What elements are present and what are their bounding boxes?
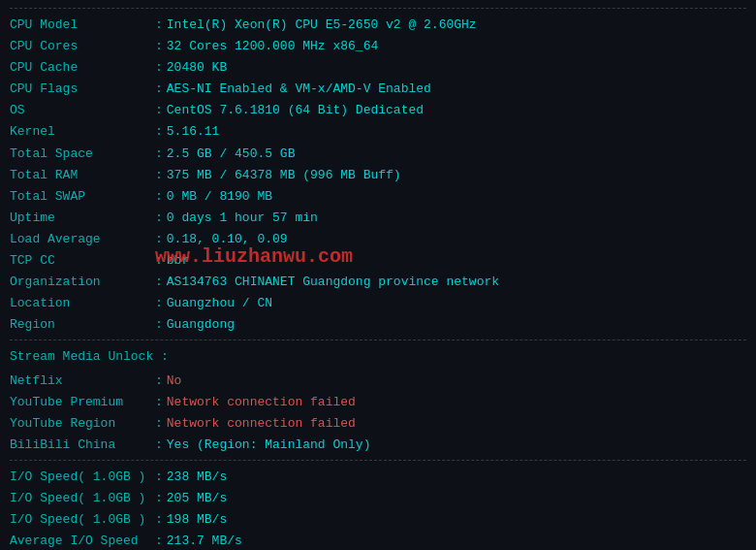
value-total-swap: 0 MB / 8190 MB: [167, 186, 272, 208]
table-row: TCP CC : bbr: [10, 250, 746, 272]
table-row: Total SWAP : 0 MB / 8190 MB: [10, 186, 746, 208]
table-row: CPU Model : Intel(R) Xeon(R) CPU E5-2650…: [10, 15, 746, 36]
value-youtube-premium: Network connection failed: [167, 392, 356, 413]
table-row: CPU Flags : AES-NI Enabled & VM-x/AMD-V …: [10, 79, 746, 100]
table-row: OS : CentOS 7.6.1810 (64 Bit) Dedicated: [10, 100, 746, 121]
label-cpu-cores: CPU Cores: [10, 36, 155, 57]
value-kernel: 5.16.11: [167, 121, 220, 143]
value-organization: AS134763 CHINANET Guangdong province net…: [167, 272, 499, 293]
table-row: I/O Speed( 1.0GB ) : 205 MB/s: [10, 488, 746, 509]
value-cpu-model: Intel(R) Xeon(R) CPU E5-2650 v2 @ 2.60GH…: [167, 15, 477, 36]
table-row: YouTube Premium : Network connection fai…: [10, 392, 746, 413]
label-organization: Organization: [10, 272, 155, 293]
value-location: Guangzhou / CN: [167, 293, 272, 314]
value-cpu-flags: AES-NI Enabled & VM-x/AMD-V Enabled: [167, 79, 431, 100]
table-row: YouTube Region : Network connection fail…: [10, 413, 746, 435]
label-os: OS: [10, 100, 155, 121]
value-bilibili: Yes (Region: Mainland Only): [167, 435, 371, 456]
value-os: CentOS 7.6.1810 (64 Bit) Dedicated: [167, 100, 424, 121]
table-row: Organization : AS134763 CHINANET Guangdo…: [10, 272, 746, 293]
label-youtube-premium: YouTube Premium: [10, 392, 155, 413]
label-total-space: Total Space: [10, 144, 155, 165]
value-io-2: 205 MB/s: [167, 488, 227, 509]
table-row: Region : Guangdong: [10, 314, 746, 336]
label-io-3: I/O Speed( 1.0GB ): [10, 509, 155, 531]
streaming-title: Stream Media Unlock :: [10, 346, 746, 368]
label-total-swap: Total SWAP: [10, 186, 155, 208]
value-netflix: No: [167, 371, 182, 392]
value-tcp-cc: bbr: [167, 250, 189, 272]
table-row: Total Space : 2.5 GB / 450.5 GB: [10, 144, 746, 165]
table-row: I/O Speed( 1.0GB ) : 198 MB/s: [10, 509, 746, 531]
label-io-1: I/O Speed( 1.0GB ): [10, 467, 155, 488]
table-row: Location : Guangzhou / CN: [10, 293, 746, 314]
label-youtube-region: YouTube Region: [10, 413, 155, 435]
label-cpu-model: CPU Model: [10, 15, 155, 36]
label-kernel: Kernel: [10, 121, 155, 143]
value-io-1: 238 MB/s: [167, 467, 227, 488]
label-tcp-cc: TCP CC: [10, 250, 155, 272]
label-cpu-cache: CPU Cache: [10, 57, 155, 79]
label-bilibili: BiliBili China: [10, 435, 155, 456]
label-location: Location: [10, 293, 155, 314]
value-youtube-region: Network connection failed: [167, 413, 356, 435]
table-row: BiliBili China : Yes (Region: Mainland O…: [10, 435, 746, 456]
label-uptime: Uptime: [10, 208, 155, 229]
label-avg-io: Average I/O Speed: [10, 531, 155, 550]
table-row: Average I/O Speed : 213.7 MB/s: [10, 531, 746, 550]
table-row: CPU Cache : 20480 KB: [10, 57, 746, 79]
value-avg-io: 213.7 MB/s: [167, 531, 242, 550]
streaming-section: Stream Media Unlock : Netflix : No YouTu…: [10, 340, 746, 459]
io-section: I/O Speed( 1.0GB ) : 238 MB/s I/O Speed(…: [10, 460, 746, 550]
label-netflix: Netflix: [10, 371, 155, 392]
table-row: Netflix : No: [10, 371, 746, 392]
value-io-3: 198 MB/s: [167, 509, 227, 531]
label-io-2: I/O Speed( 1.0GB ): [10, 488, 155, 509]
label-cpu-flags: CPU Flags: [10, 79, 155, 100]
value-cpu-cache: 20480 KB: [167, 57, 227, 79]
table-row: Total RAM : 375 MB / 64378 MB (996 MB Bu…: [10, 165, 746, 186]
table-row: CPU Cores : 32 Cores 1200.000 MHz x86_64: [10, 36, 746, 57]
label-region: Region: [10, 314, 155, 336]
value-uptime: 0 days 1 hour 57 min: [167, 208, 318, 229]
table-row: I/O Speed( 1.0GB ) : 238 MB/s: [10, 467, 746, 488]
label-load-average: Load Average: [10, 229, 155, 250]
value-region: Guangdong: [167, 314, 235, 336]
value-load-average: 0.18, 0.10, 0.09: [167, 229, 288, 250]
system-section: CPU Model : Intel(R) Xeon(R) CPU E5-2650…: [10, 8, 746, 340]
value-total-ram: 375 MB / 64378 MB (996 MB Buff): [167, 165, 401, 186]
table-row: Kernel : 5.16.11: [10, 121, 746, 143]
table-row: Load Average : 0.18, 0.10, 0.09: [10, 229, 746, 250]
value-cpu-cores: 32 Cores 1200.000 MHz x86_64: [167, 36, 378, 57]
table-row: Uptime : 0 days 1 hour 57 min: [10, 208, 746, 229]
label-total-ram: Total RAM: [10, 165, 155, 186]
value-total-space: 2.5 GB / 450.5 GB: [167, 144, 296, 165]
